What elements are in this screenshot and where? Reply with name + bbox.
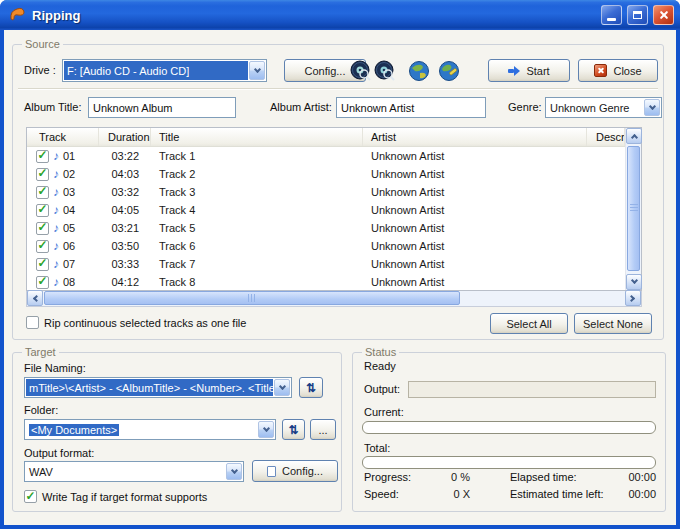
album-title-input[interactable]	[88, 97, 236, 118]
track-checkbox[interactable]: ✓	[36, 150, 49, 163]
output-format-select[interactable]: WAV	[24, 461, 244, 482]
cddb-query-globe-icon[interactable]	[408, 60, 430, 82]
chevron-down-icon	[630, 277, 637, 284]
track-title: Track 3	[151, 183, 363, 201]
folder-select[interactable]: <My Documents>	[24, 419, 276, 440]
chevron-left-icon	[33, 294, 40, 301]
horizontal-scrollbar-thumb[interactable]	[44, 291, 460, 305]
start-button[interactable]: Start	[488, 59, 570, 82]
grip-icon	[630, 204, 638, 213]
genre-label: Genre:	[508, 101, 542, 113]
remaining-label: Estimated time left:	[510, 488, 604, 500]
output-label: Output:	[364, 383, 400, 395]
track-row[interactable]: ✓ ♪ 04 04:05 Track 4 Unknown Artist	[27, 201, 625, 219]
column-header-duration[interactable]: Duration	[99, 128, 151, 146]
column-header-artist[interactable]: Artist	[363, 128, 587, 146]
track-row[interactable]: ✓ ♪ 05 03:21 Track 5 Unknown Artist	[27, 219, 625, 237]
format-config-button[interactable]: Config...	[252, 460, 338, 482]
progress-value: 0 %	[420, 471, 470, 483]
track-row[interactable]: ✓ ♪ 07 03:33 Track 7 Unknown Artist	[27, 255, 625, 273]
track-checkbox[interactable]: ✓	[36, 240, 49, 253]
column-header-title[interactable]: Title	[151, 128, 363, 146]
chevron-down-icon[interactable]	[226, 463, 242, 480]
note-icon: ♪	[53, 204, 59, 216]
minimize-button[interactable]	[601, 5, 622, 25]
elapsed-value: 00:00	[610, 471, 656, 483]
drive-select[interactable]: F: [Audio CD - Audio CD]	[62, 59, 267, 82]
track-row[interactable]: ✓ ♪ 06 03:50 Track 6 Unknown Artist	[27, 237, 625, 255]
album-artist-input[interactable]	[336, 97, 486, 118]
note-icon: ♪	[53, 222, 59, 234]
column-header-description[interactable]: Descript	[587, 128, 625, 146]
track-artist: Unknown Artist	[363, 147, 587, 165]
start-arrow-icon	[508, 66, 520, 76]
folder-refresh-button[interactable]: ⇅	[282, 419, 305, 440]
track-artist: Unknown Artist	[363, 201, 587, 219]
column-header-track[interactable]: Track	[27, 128, 99, 146]
maximize-button[interactable]	[627, 5, 648, 25]
status-state: Ready	[364, 360, 396, 372]
grip-icon	[248, 294, 257, 302]
close-window-button[interactable]	[653, 5, 674, 25]
close-button-label: Close	[613, 65, 641, 77]
track-artist: Unknown Artist	[363, 273, 587, 290]
genre-select[interactable]: Unknown Genre	[545, 97, 662, 118]
scroll-up-button[interactable]	[626, 128, 642, 144]
track-description	[587, 183, 625, 201]
window-title: Ripping	[32, 8, 80, 23]
drive-label: Drive :	[24, 64, 56, 76]
scroll-right-button[interactable]	[625, 290, 641, 306]
track-checkbox[interactable]: ✓	[36, 276, 49, 289]
output-format-label: Output format:	[24, 447, 94, 459]
file-naming-value: mTitle>\<Artist> - <AlbumTitle> - <Numbe…	[26, 379, 273, 396]
close-button[interactable]: Close	[578, 59, 658, 82]
vertical-scrollbar-thumb[interactable]	[627, 146, 640, 271]
track-row[interactable]: ✓ ♪ 08 04:12 Track 8 Unknown Artist	[27, 273, 625, 290]
chevron-up-icon	[630, 134, 637, 141]
folder-value: <My Documents>	[29, 424, 119, 436]
note-icon: ♪	[53, 150, 59, 162]
track-checkbox[interactable]: ✓	[36, 258, 49, 271]
track-number: 08	[63, 276, 75, 288]
cd-info-icon[interactable]	[350, 60, 372, 82]
rip-continuous-checkbox[interactable]: ✓	[26, 316, 39, 329]
track-duration: 03:33	[99, 255, 151, 273]
separator	[18, 88, 658, 90]
file-naming-refresh-button[interactable]: ⇅	[299, 377, 323, 398]
album-artist-label: Album Artist:	[270, 101, 332, 113]
track-duration: 04:12	[99, 273, 151, 290]
target-group-label: Target	[22, 346, 59, 358]
scroll-left-button[interactable]	[27, 290, 43, 306]
write-tag-checkbox[interactable]: ✓	[24, 490, 37, 503]
cddb-submit-globe-icon[interactable]	[438, 60, 460, 82]
track-artist: Unknown Artist	[363, 237, 587, 255]
track-row[interactable]: ✓ ♪ 03 03:32 Track 3 Unknown Artist	[27, 183, 625, 201]
file-naming-select[interactable]: mTitle>\<Artist> - <AlbumTitle> - <Numbe…	[24, 377, 292, 398]
write-tag-label: Write Tag if target format supports	[42, 491, 207, 503]
track-description	[587, 147, 625, 165]
chevron-down-icon[interactable]	[249, 61, 265, 80]
track-checkbox[interactable]: ✓	[36, 168, 49, 181]
scroll-down-button[interactable]	[626, 274, 642, 290]
select-none-button[interactable]: Select None	[574, 313, 652, 334]
track-artist: Unknown Artist	[363, 255, 587, 273]
track-duration: 03:32	[99, 183, 151, 201]
close-x-icon	[594, 64, 607, 77]
cd-rescan-icon[interactable]	[374, 60, 396, 82]
chevron-down-icon[interactable]	[644, 99, 660, 116]
chevron-down-icon[interactable]	[274, 379, 290, 396]
folder-browse-button[interactable]: ...	[310, 419, 336, 440]
vertical-scrollbar[interactable]	[625, 128, 641, 290]
titlebar[interactable]: Ripping	[0, 0, 680, 30]
track-checkbox[interactable]: ✓	[36, 204, 49, 217]
maximize-icon	[633, 11, 642, 19]
select-all-button[interactable]: Select All	[490, 313, 568, 334]
track-row[interactable]: ✓ ♪ 01 03:22 Track 1 Unknown Artist	[27, 147, 625, 165]
horizontal-scrollbar[interactable]	[26, 291, 642, 307]
track-checkbox[interactable]: ✓	[36, 186, 49, 199]
track-row[interactable]: ✓ ♪ 02 04:03 Track 2 Unknown Artist	[27, 165, 625, 183]
chevron-down-icon[interactable]	[258, 421, 274, 438]
remaining-value: 00:00	[610, 488, 656, 500]
track-checkbox[interactable]: ✓	[36, 222, 49, 235]
note-icon: ♪	[53, 240, 59, 252]
